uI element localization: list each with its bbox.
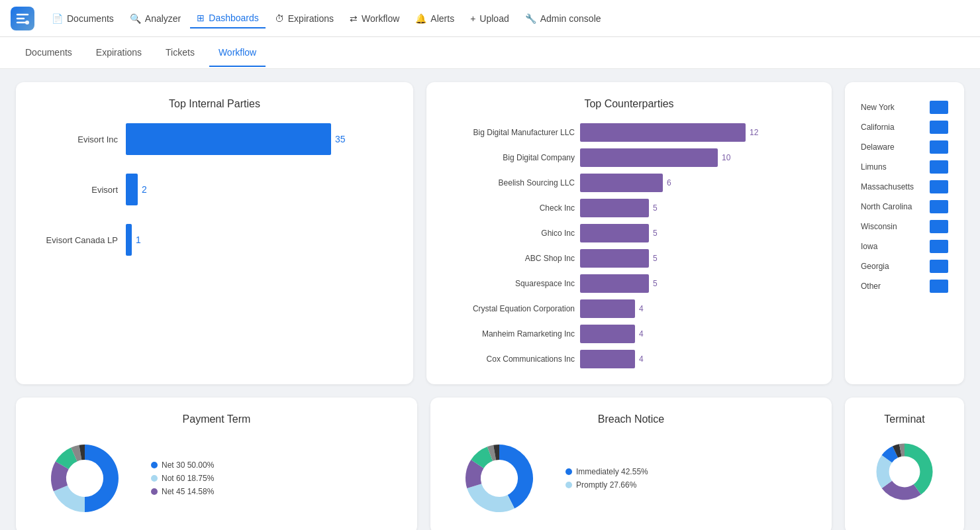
internal-parties-title: Top Internal Parties: [32, 98, 397, 110]
sub-nav-workflow[interactable]: Workflow: [209, 39, 266, 67]
state-bar: [930, 280, 948, 293]
legend-dot: [565, 482, 572, 488]
state-name: Wisconsin: [861, 222, 897, 231]
counter-bar-wrap: 10: [580, 148, 816, 167]
legend-item: Not 60 18.75%: [151, 474, 214, 483]
counterparties-title: Top Counterparties: [442, 98, 816, 110]
nav-item-alerts[interactable]: 🔔 Alerts: [409, 9, 461, 28]
donut-segment: [467, 484, 514, 512]
bar-container: 2: [126, 174, 397, 205]
counter-bar-wrap: 4: [580, 299, 816, 318]
app-logo[interactable]: [11, 7, 34, 30]
donut-segment: [85, 445, 119, 512]
bottom-row: Payment Term: [16, 398, 964, 530]
sub-nav: Documents Expirations Tickets Workflow: [0, 37, 980, 69]
state-row: North Carolina: [861, 200, 948, 213]
counter-bar: [580, 199, 649, 217]
bar-container: 1: [126, 224, 397, 256]
state-row: California: [861, 121, 948, 134]
counter-label: Crystal Equation Corporation: [442, 304, 575, 313]
alerts-icon: 🔔: [415, 13, 426, 24]
states-card: New York California Delaware Limuns Mass…: [845, 82, 964, 384]
legend-item: Immediately 42.55%: [565, 467, 648, 476]
state-row: New York: [861, 101, 948, 114]
nav-item-admin[interactable]: 🔧 Admin console: [518, 9, 608, 28]
sub-nav-documents[interactable]: Documents: [16, 39, 81, 67]
counter-bar-wrap: 12: [580, 123, 816, 142]
counter-bar: [580, 174, 663, 192]
svg-point-0: [25, 21, 29, 25]
counter-value: 12: [750, 128, 758, 137]
legend-item: Promptly 27.66%: [565, 480, 648, 490]
payment-term-card: Payment Term: [16, 398, 417, 530]
state-name: North Carolina: [861, 202, 912, 211]
legend-label: Not 60 18.75%: [162, 474, 214, 483]
donut-segment: [54, 486, 85, 512]
bar-value: 2: [142, 184, 147, 195]
state-bar: [930, 220, 948, 233]
nav-item-workflow[interactable]: ⇄ Workflow: [343, 9, 406, 28]
counter-bar-wrap: 6: [580, 174, 816, 192]
state-bar: [930, 101, 948, 114]
nav-item-dashboards[interactable]: ⊞ Dashboards: [190, 9, 266, 28]
counter-bar: [580, 325, 635, 343]
workflow-icon: ⇄: [350, 13, 358, 24]
legend-item: Net 30 50.00%: [151, 460, 214, 470]
state-row: Wisconsin: [861, 220, 948, 233]
expirations-icon: ⏱: [275, 13, 284, 24]
state-name: Iowa: [861, 242, 877, 251]
counter-bar-wrap: 5: [580, 249, 816, 268]
counter-bar-wrap: 5: [580, 274, 816, 293]
state-name: Massachusetts: [861, 182, 914, 191]
counter-bar: [580, 249, 649, 268]
sub-nav-expirations[interactable]: Expirations: [87, 39, 151, 67]
bar-row: Evisort 2: [32, 174, 397, 205]
breach-notice-donut: [446, 439, 552, 518]
nav-item-documents[interactable]: 📄 Documents: [45, 9, 121, 28]
counter-label: Big Digital Company: [442, 153, 575, 162]
counterparties-card: Top Counterparties Big Digital Manufactu…: [426, 82, 832, 384]
state-bar: [930, 200, 948, 213]
counter-bar-wrap: 5: [580, 199, 816, 217]
counter-row: Crystal Equation Corporation 4: [442, 299, 816, 318]
bar: [126, 123, 331, 155]
counter-value: 5: [653, 229, 658, 238]
state-bar: [930, 260, 948, 273]
state-name: California: [861, 123, 895, 132]
counter-bar-wrap: 5: [580, 224, 816, 242]
state-name: Limuns: [861, 162, 887, 172]
state-name: New York: [861, 103, 895, 112]
nav-item-upload[interactable]: + Upload: [464, 9, 516, 28]
state-bar: [930, 160, 948, 174]
state-name: Georgia: [861, 262, 889, 271]
legend-label: Net 30 50.00%: [162, 460, 214, 470]
counter-bar: [580, 350, 635, 368]
payment-term-donut-real: [32, 439, 138, 518]
nav-item-analyzer[interactable]: 🔍 Analyzer: [123, 9, 187, 28]
bar-value: 1: [136, 235, 141, 245]
bar-label: Evisort: [32, 185, 118, 195]
counter-bar: [580, 299, 635, 318]
state-bar: [930, 140, 948, 154]
counter-row: Beelish Sourcing LLC 6: [442, 174, 816, 192]
state-row: Limuns: [861, 160, 948, 174]
payment-term-title: Payment Term: [32, 413, 401, 425]
state-row: Georgia: [861, 260, 948, 273]
bar-value: 35: [335, 134, 346, 144]
counter-value: 5: [653, 254, 658, 263]
document-icon: 📄: [52, 13, 63, 24]
counter-bar: [580, 224, 649, 242]
counter-label: Squarespace Inc: [442, 279, 575, 288]
counter-label: Check Inc: [442, 203, 575, 213]
internal-parties-chart: Evisort Inc 35 Evisort 2 Evisort Canada …: [32, 123, 397, 256]
counter-value: 5: [653, 203, 658, 213]
counterparties-chart: Big Digital Manufacturer LLC 12 Big Digi…: [442, 123, 816, 368]
nav-item-expirations[interactable]: ⏱ Expirations: [268, 9, 340, 28]
sub-nav-tickets[interactable]: Tickets: [156, 39, 204, 67]
state-row: Other: [861, 280, 948, 293]
counter-bar: [580, 274, 649, 293]
legend-dot: [151, 475, 158, 482]
top-nav: 📄 Documents 🔍 Analyzer ⊞ Dashboards ⏱ Ex…: [0, 0, 980, 37]
counter-value: 4: [639, 329, 644, 339]
legend-dot: [565, 468, 572, 475]
